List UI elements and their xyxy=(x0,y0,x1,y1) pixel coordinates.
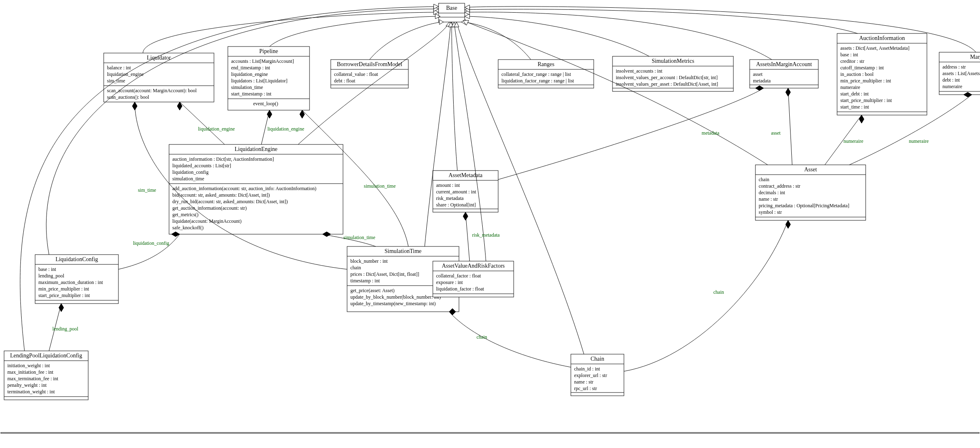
svg-text:asset: asset xyxy=(771,130,781,136)
class-borrowerdetails: BorrowerDetailsFromModel collateral_valu… xyxy=(331,60,408,88)
class-assetvalueandriskfactors: AssetValueAndRiskFactors collateral_fact… xyxy=(433,261,514,297)
svg-text:bid(account: str, asked_amount: bid(account: str, asked_amounts: Dict[As… xyxy=(172,192,270,198)
svg-text:explorer_url : str: explorer_url : str xyxy=(574,373,607,378)
svg-text:assets : Dict[Asset, AssetMeta: assets : Dict[Asset, AssetMetadata] xyxy=(840,45,909,51)
svg-text:liquidate(account: MarginAccou: liquidate(account: MarginAccount) xyxy=(172,218,241,224)
svg-text:share : Optional[int]: share : Optional[int] xyxy=(436,202,476,208)
svg-marker-170 xyxy=(132,102,137,110)
class-assetsinmarginaccount: AssetsInMarginAccount asset metadata xyxy=(750,60,818,88)
svg-text:maximum_auction_duration : int: maximum_auction_duration : int xyxy=(38,279,103,285)
svg-text:LiquidationEngine: LiquidationEngine xyxy=(235,146,278,152)
svg-text:SimulationMetrics: SimulationMetrics xyxy=(652,58,694,64)
svg-text:liquidated_accounts : List[str: liquidated_accounts : List[str] xyxy=(172,163,231,169)
svg-text:start_price_multiplier : int: start_price_multiplier : int xyxy=(840,98,892,103)
svg-text:risk_metadata: risk_metadata xyxy=(436,195,464,201)
svg-text:chain: chain xyxy=(477,334,487,340)
svg-text:current_amount : int: current_amount : int xyxy=(436,189,477,195)
svg-text:collateral_value : float: collateral_value : float xyxy=(334,71,379,77)
svg-text:in_auction : bool: in_auction : bool xyxy=(840,71,874,77)
svg-text:balance : int: balance : int xyxy=(107,65,131,71)
svg-text:simulation_time: simulation_time xyxy=(231,84,263,90)
svg-text:start_debt : int: start_debt : int xyxy=(840,91,869,97)
svg-text:pricing_metadata : Optional[Pr: pricing_metadata : Optional[PricingMetad… xyxy=(759,203,849,208)
svg-text:amount : int: amount : int xyxy=(436,182,460,188)
svg-text:liquidation_config: liquidation_config xyxy=(133,240,169,246)
svg-text:LendingPoolLiquidationConfig: LendingPoolLiquidationConfig xyxy=(10,353,82,359)
svg-text:Chain: Chain xyxy=(590,356,604,362)
svg-text:start_time : int: start_time : int xyxy=(840,104,869,110)
svg-text:end_timestamp : int: end_timestamp : int xyxy=(231,65,270,71)
svg-text:contract_address : str: contract_address : str xyxy=(759,183,800,189)
svg-text:max_initiation_fee : int: max_initiation_fee : int xyxy=(7,369,53,375)
svg-text:initiation_weight : int: initiation_weight : int xyxy=(7,363,50,368)
svg-marker-192 xyxy=(786,220,791,228)
svg-text:simulation_time: simulation_time xyxy=(172,176,204,182)
svg-text:SimulationTime: SimulationTime xyxy=(385,248,422,254)
svg-marker-154 xyxy=(465,14,470,19)
svg-text:base : int: base : int xyxy=(840,52,858,58)
svg-text:creditor : str: creditor : str xyxy=(840,58,864,64)
svg-marker-184 xyxy=(786,88,791,96)
svg-text:decimals : int: decimals : int xyxy=(759,190,785,195)
svg-text:simulation_time: simulation_time xyxy=(364,183,396,189)
svg-text:rpc_url : str: rpc_url : str xyxy=(574,386,597,391)
svg-text:insolvent_values_per_account :: insolvent_values_per_account : DefaultDi… xyxy=(616,75,717,80)
svg-text:numeraire: numeraire xyxy=(942,84,962,89)
svg-text:chain: chain xyxy=(713,289,724,295)
svg-text:asset: asset xyxy=(753,71,763,77)
svg-text:start_price_multiplier : int: start_price_multiplier : int xyxy=(38,293,90,298)
svg-text:exposure : int: exposure : int xyxy=(436,279,463,285)
svg-text:Pipeline: Pipeline xyxy=(259,48,278,54)
svg-text:debt : int: debt : int xyxy=(942,77,960,83)
svg-text:lending_pool: lending_pool xyxy=(38,273,65,279)
svg-marker-172 xyxy=(300,110,305,118)
svg-text:metadata: metadata xyxy=(702,130,719,136)
svg-text:assets : List[AssetsInMarginAc: assets : List[AssetsInMarginAccount] xyxy=(942,71,980,76)
svg-text:termination_weight : int: termination_weight : int xyxy=(7,389,55,395)
svg-text:numeraire: numeraire xyxy=(909,138,929,144)
svg-text:LiquidationConfig: LiquidationConfig xyxy=(56,256,98,262)
svg-text:block_number : int: block_number : int xyxy=(350,258,388,264)
svg-text:AuctionInformation: AuctionInformation xyxy=(859,35,905,41)
svg-text:liquidation_factor_range : ran: liquidation_factor_range : range | list xyxy=(501,78,574,84)
svg-text:event_loop(): event_loop() xyxy=(253,101,278,106)
svg-text:prices : Dict[Asset, Dict[int,: prices : Dict[Asset, Dict[int, float]] xyxy=(350,271,419,277)
svg-text:min_price_multiplier : int: min_price_multiplier : int xyxy=(38,286,89,292)
class-auctioninformation: AuctionInformation assets : Dict[Asset, … xyxy=(837,33,927,115)
svg-text:get_price(asset: Asset): get_price(asset: Asset) xyxy=(350,288,394,293)
class-asset: Asset chain contract_address : str decim… xyxy=(755,165,866,220)
svg-text:cutoff_timestamp : int: cutoff_timestamp : int xyxy=(840,65,884,71)
svg-text:symbol : str: symbol : str xyxy=(759,209,782,215)
class-pipeline: Pipeline accounts : List[MarginAccount] … xyxy=(228,47,310,110)
svg-text:liquidation_factor : float: liquidation_factor : float xyxy=(436,286,484,292)
class-base: Base xyxy=(439,3,465,22)
svg-text:chain: chain xyxy=(350,265,361,271)
svg-text:MarginAccount: MarginAccount xyxy=(970,54,980,60)
svg-text:debt : float: debt : float xyxy=(334,78,356,84)
svg-text:scan_account(account: MarginAc: scan_account(account: MarginAccount): bo… xyxy=(107,88,197,93)
class-lendingpoolconfig: LendingPoolLiquidationConfig initiation_… xyxy=(4,351,88,400)
svg-text:numeraire: numeraire xyxy=(844,138,864,144)
svg-text:collateral_factor : float: collateral_factor : float xyxy=(436,273,481,279)
svg-text:accounts : List[MarginAccount]: accounts : List[MarginAccount] xyxy=(231,58,294,64)
svg-text:get_auction_information(accoun: get_auction_information(account: str) xyxy=(172,205,247,211)
class-marginaccount: MarginAccount address : str assets : Lis… xyxy=(939,52,980,95)
svg-text:dry_run_bid(account: str, aske: dry_run_bid(account: str, asked_amounts:… xyxy=(172,199,288,204)
svg-text:update_by_timestamp(new_timest: update_by_timestamp(new_timestamp: int) xyxy=(350,301,436,306)
svg-text:auction_information : Dict[str: auction_information : Dict[str, AuctionI… xyxy=(172,156,274,162)
class-chain: Chain chain_id : int explorer_url : str … xyxy=(571,354,624,396)
svg-text:address : str: address : str xyxy=(942,64,966,70)
svg-text:update_by_block_number(block_n: update_by_block_number(block_number: int… xyxy=(350,294,441,300)
svg-marker-166 xyxy=(177,102,182,110)
svg-text:Ranges: Ranges xyxy=(537,61,554,67)
svg-text:get_metrics(): get_metrics() xyxy=(172,212,198,217)
svg-text:sim_time: sim_time xyxy=(138,187,156,193)
svg-text:metadata: metadata xyxy=(753,78,771,84)
svg-rect-1 xyxy=(1,432,979,433)
svg-text:liquidation_engine: liquidation_engine xyxy=(231,71,268,77)
svg-text:base : int: base : int xyxy=(38,266,56,272)
svg-text:AssetMetadata: AssetMetadata xyxy=(448,172,483,178)
class-simulationmetrics: SimulationMetrics insolvent_accounts : i… xyxy=(612,56,733,91)
svg-text:collateral_factor_range : rang: collateral_factor_range : range | list xyxy=(501,71,571,77)
class-liquidationengine: LiquidationEngine auction_information : … xyxy=(169,144,343,234)
